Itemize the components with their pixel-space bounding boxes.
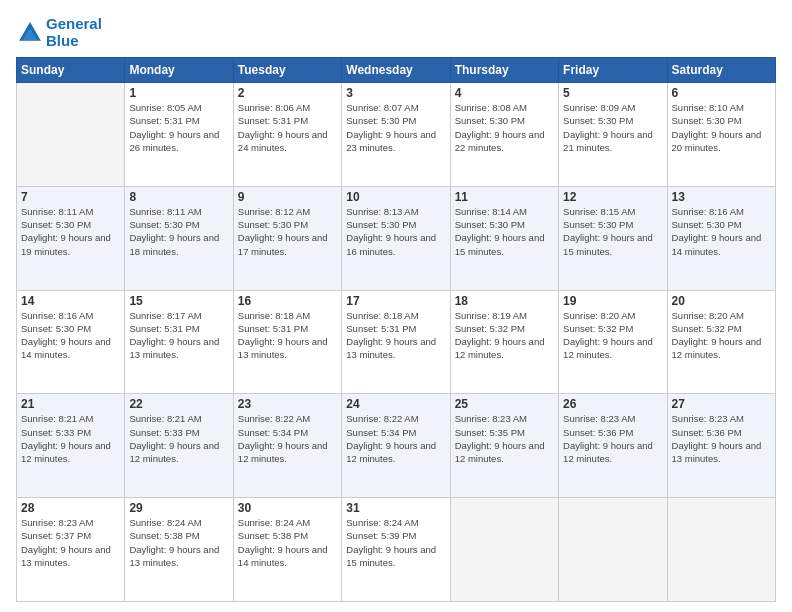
day-info: Sunrise: 8:11 AM Sunset: 5:30 PM Dayligh… — [129, 205, 228, 258]
calendar-cell — [667, 498, 775, 602]
weekday-header: Monday — [125, 58, 233, 83]
day-info: Sunrise: 8:20 AM Sunset: 5:32 PM Dayligh… — [672, 309, 771, 362]
day-number: 2 — [238, 86, 337, 100]
day-number: 15 — [129, 294, 228, 308]
calendar-cell: 6 Sunrise: 8:10 AM Sunset: 5:30 PM Dayli… — [667, 83, 775, 187]
calendar-cell: 15 Sunrise: 8:17 AM Sunset: 5:31 PM Dayl… — [125, 290, 233, 394]
page: General Blue SundayMondayTuesdayWednesda… — [0, 0, 792, 612]
calendar-cell: 31 Sunrise: 8:24 AM Sunset: 5:39 PM Dayl… — [342, 498, 450, 602]
day-info: Sunrise: 8:08 AM Sunset: 5:30 PM Dayligh… — [455, 101, 554, 154]
calendar-cell: 20 Sunrise: 8:20 AM Sunset: 5:32 PM Dayl… — [667, 290, 775, 394]
day-info: Sunrise: 8:05 AM Sunset: 5:31 PM Dayligh… — [129, 101, 228, 154]
calendar-cell: 28 Sunrise: 8:23 AM Sunset: 5:37 PM Dayl… — [17, 498, 125, 602]
day-number: 14 — [21, 294, 120, 308]
logo: General Blue — [16, 16, 102, 49]
calendar-cell: 2 Sunrise: 8:06 AM Sunset: 5:31 PM Dayli… — [233, 83, 341, 187]
day-info: Sunrise: 8:14 AM Sunset: 5:30 PM Dayligh… — [455, 205, 554, 258]
day-info: Sunrise: 8:16 AM Sunset: 5:30 PM Dayligh… — [672, 205, 771, 258]
day-info: Sunrise: 8:23 AM Sunset: 5:36 PM Dayligh… — [672, 412, 771, 465]
day-info: Sunrise: 8:23 AM Sunset: 5:35 PM Dayligh… — [455, 412, 554, 465]
day-number: 19 — [563, 294, 662, 308]
day-number: 18 — [455, 294, 554, 308]
day-number: 12 — [563, 190, 662, 204]
day-number: 1 — [129, 86, 228, 100]
day-info: Sunrise: 8:22 AM Sunset: 5:34 PM Dayligh… — [346, 412, 445, 465]
day-info: Sunrise: 8:07 AM Sunset: 5:30 PM Dayligh… — [346, 101, 445, 154]
calendar-cell: 8 Sunrise: 8:11 AM Sunset: 5:30 PM Dayli… — [125, 186, 233, 290]
weekday-header: Thursday — [450, 58, 558, 83]
day-info: Sunrise: 8:16 AM Sunset: 5:30 PM Dayligh… — [21, 309, 120, 362]
calendar-cell: 7 Sunrise: 8:11 AM Sunset: 5:30 PM Dayli… — [17, 186, 125, 290]
day-number: 6 — [672, 86, 771, 100]
header: General Blue — [16, 16, 776, 49]
day-number: 10 — [346, 190, 445, 204]
calendar-cell: 25 Sunrise: 8:23 AM Sunset: 5:35 PM Dayl… — [450, 394, 558, 498]
day-number: 13 — [672, 190, 771, 204]
calendar-cell: 16 Sunrise: 8:18 AM Sunset: 5:31 PM Dayl… — [233, 290, 341, 394]
weekday-header: Sunday — [17, 58, 125, 83]
day-number: 21 — [21, 397, 120, 411]
day-number: 23 — [238, 397, 337, 411]
day-info: Sunrise: 8:11 AM Sunset: 5:30 PM Dayligh… — [21, 205, 120, 258]
day-number: 26 — [563, 397, 662, 411]
calendar-cell: 12 Sunrise: 8:15 AM Sunset: 5:30 PM Dayl… — [559, 186, 667, 290]
calendar-cell: 26 Sunrise: 8:23 AM Sunset: 5:36 PM Dayl… — [559, 394, 667, 498]
day-number: 27 — [672, 397, 771, 411]
day-number: 25 — [455, 397, 554, 411]
day-number: 4 — [455, 86, 554, 100]
calendar-cell: 24 Sunrise: 8:22 AM Sunset: 5:34 PM Dayl… — [342, 394, 450, 498]
day-number: 24 — [346, 397, 445, 411]
day-info: Sunrise: 8:18 AM Sunset: 5:31 PM Dayligh… — [238, 309, 337, 362]
calendar-cell: 17 Sunrise: 8:18 AM Sunset: 5:31 PM Dayl… — [342, 290, 450, 394]
weekday-header: Saturday — [667, 58, 775, 83]
day-info: Sunrise: 8:24 AM Sunset: 5:38 PM Dayligh… — [238, 516, 337, 569]
calendar-cell: 5 Sunrise: 8:09 AM Sunset: 5:30 PM Dayli… — [559, 83, 667, 187]
calendar-cell: 29 Sunrise: 8:24 AM Sunset: 5:38 PM Dayl… — [125, 498, 233, 602]
weekday-header: Wednesday — [342, 58, 450, 83]
day-number: 8 — [129, 190, 228, 204]
day-info: Sunrise: 8:23 AM Sunset: 5:36 PM Dayligh… — [563, 412, 662, 465]
day-number: 9 — [238, 190, 337, 204]
day-number: 20 — [672, 294, 771, 308]
day-info: Sunrise: 8:17 AM Sunset: 5:31 PM Dayligh… — [129, 309, 228, 362]
calendar-table: SundayMondayTuesdayWednesdayThursdayFrid… — [16, 57, 776, 602]
day-number: 31 — [346, 501, 445, 515]
day-info: Sunrise: 8:21 AM Sunset: 5:33 PM Dayligh… — [129, 412, 228, 465]
day-number: 5 — [563, 86, 662, 100]
weekday-header: Friday — [559, 58, 667, 83]
day-info: Sunrise: 8:09 AM Sunset: 5:30 PM Dayligh… — [563, 101, 662, 154]
day-info: Sunrise: 8:15 AM Sunset: 5:30 PM Dayligh… — [563, 205, 662, 258]
day-number: 30 — [238, 501, 337, 515]
day-info: Sunrise: 8:06 AM Sunset: 5:31 PM Dayligh… — [238, 101, 337, 154]
calendar-cell: 22 Sunrise: 8:21 AM Sunset: 5:33 PM Dayl… — [125, 394, 233, 498]
calendar-cell: 21 Sunrise: 8:21 AM Sunset: 5:33 PM Dayl… — [17, 394, 125, 498]
logo-icon — [16, 19, 44, 47]
day-info: Sunrise: 8:13 AM Sunset: 5:30 PM Dayligh… — [346, 205, 445, 258]
day-info: Sunrise: 8:20 AM Sunset: 5:32 PM Dayligh… — [563, 309, 662, 362]
calendar-cell — [559, 498, 667, 602]
logo-text: General Blue — [46, 16, 102, 49]
day-number: 17 — [346, 294, 445, 308]
day-number: 11 — [455, 190, 554, 204]
day-number: 16 — [238, 294, 337, 308]
calendar-cell: 3 Sunrise: 8:07 AM Sunset: 5:30 PM Dayli… — [342, 83, 450, 187]
day-info: Sunrise: 8:10 AM Sunset: 5:30 PM Dayligh… — [672, 101, 771, 154]
day-info: Sunrise: 8:18 AM Sunset: 5:31 PM Dayligh… — [346, 309, 445, 362]
day-number: 22 — [129, 397, 228, 411]
day-number: 3 — [346, 86, 445, 100]
day-info: Sunrise: 8:12 AM Sunset: 5:30 PM Dayligh… — [238, 205, 337, 258]
calendar-cell: 18 Sunrise: 8:19 AM Sunset: 5:32 PM Dayl… — [450, 290, 558, 394]
calendar-cell: 30 Sunrise: 8:24 AM Sunset: 5:38 PM Dayl… — [233, 498, 341, 602]
calendar-cell: 1 Sunrise: 8:05 AM Sunset: 5:31 PM Dayli… — [125, 83, 233, 187]
calendar-cell: 9 Sunrise: 8:12 AM Sunset: 5:30 PM Dayli… — [233, 186, 341, 290]
calendar-cell: 14 Sunrise: 8:16 AM Sunset: 5:30 PM Dayl… — [17, 290, 125, 394]
day-info: Sunrise: 8:19 AM Sunset: 5:32 PM Dayligh… — [455, 309, 554, 362]
calendar-cell: 23 Sunrise: 8:22 AM Sunset: 5:34 PM Dayl… — [233, 394, 341, 498]
day-info: Sunrise: 8:24 AM Sunset: 5:39 PM Dayligh… — [346, 516, 445, 569]
day-info: Sunrise: 8:22 AM Sunset: 5:34 PM Dayligh… — [238, 412, 337, 465]
calendar-cell: 11 Sunrise: 8:14 AM Sunset: 5:30 PM Dayl… — [450, 186, 558, 290]
calendar-cell: 4 Sunrise: 8:08 AM Sunset: 5:30 PM Dayli… — [450, 83, 558, 187]
calendar-cell — [450, 498, 558, 602]
day-number: 29 — [129, 501, 228, 515]
day-info: Sunrise: 8:21 AM Sunset: 5:33 PM Dayligh… — [21, 412, 120, 465]
